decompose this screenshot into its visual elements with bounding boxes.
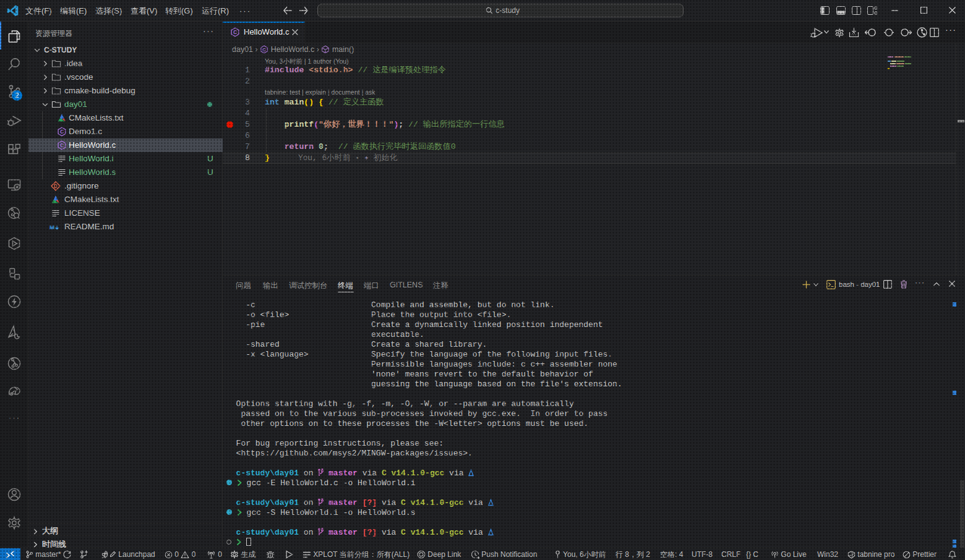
svg-text:M: M [49,224,54,231]
svg-text:C: C [263,47,267,53]
svg-text:C: C [60,142,64,148]
svg-text:C: C [233,29,237,35]
svg-text:C: C [60,129,64,135]
